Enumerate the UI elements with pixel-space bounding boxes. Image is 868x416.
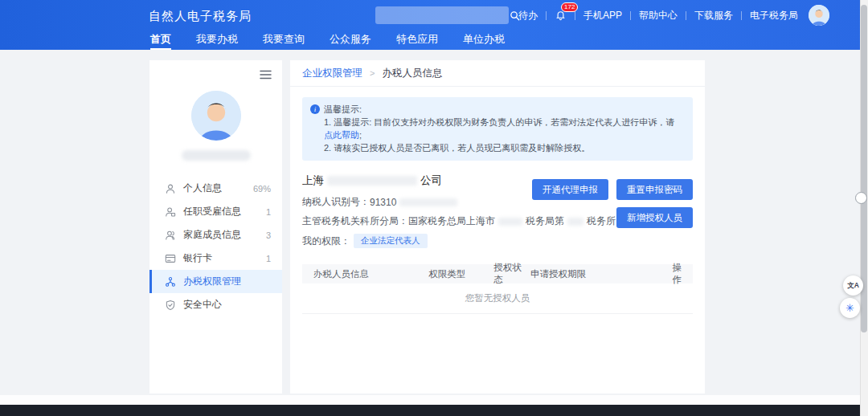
tax-authority-seg1: 国家税务总局上海市 [408,214,495,228]
authorized-person-table: 办税人员信息 权限类型 授权状态 申请授权期限 操作 您暂无授权人员 [302,264,693,314]
bank-card-icon [165,253,176,264]
sidebar-item-family-members[interactable]: 家庭成员信息 3 [149,223,282,247]
taxpayer-id-value: 91310 [370,197,396,208]
todo-link[interactable]: 待办 [518,9,538,22]
sidebar-item-value: 3 [266,230,271,240]
nav-label: 首页 [150,33,171,45]
profile-sidebar: 个人信息 69% 任职受雇信息 1 家庭成员信息 3 [149,60,282,394]
screen: 自然人电子税务局 待办 172 [0,0,868,416]
sidebar-collapse-icon[interactable] [260,68,272,83]
column-header: 操作 [624,262,682,286]
sidebar-item-personal-info[interactable]: 个人信息 69% [149,177,282,200]
nav-label: 我要办税 [196,33,238,45]
nav-unit-tax[interactable]: 单位办税 [461,31,506,50]
app-title: 自然人电子税务局 [149,9,252,24]
permission-tag: 企业法定代表人 [354,234,428,248]
tax-authority-redacted-1 [498,218,522,226]
nav-label: 我要查询 [263,33,305,45]
column-header: 授权状态 [493,262,530,286]
notification-badge: 172 [561,2,578,12]
help-link[interactable]: 点此帮助 [324,130,359,140]
mobile-app-link[interactable]: 手机APP [583,9,622,22]
company-name-prefix: 上海 [302,173,324,188]
app-header: 自然人电子税务局 待办 172 [0,0,868,50]
action-buttons: 开通代理申报 重置申报密码 新增授权人员 [532,179,693,228]
company-name-suffix: 公司 [420,173,442,188]
header-links: 待办 172 手机APP 帮助中心 下载服务 电子税务局 [518,0,829,31]
shield-check-icon [165,300,176,311]
sidebar-item-label: 银行卡 [183,251,266,265]
divider [741,11,742,20]
user-avatar [191,91,241,141]
notice-box: i 温馨提示: 1. 温馨提示: 目前仅支持对办税权限为财务负责人的申诉，若需对… [302,97,693,161]
sidebar-item-security-center[interactable]: 安全中心 [149,293,282,316]
sidebar-item-value: 69% [253,184,271,194]
breadcrumb: 企业权限管理 > 办税人员信息 [290,60,705,87]
sidebar-item-label: 家庭成员信息 [183,228,266,242]
org-share-icon [165,276,176,288]
notice-line1-end: ; [359,130,362,140]
sidebar-item-bank-card[interactable]: 银行卡 1 [149,247,282,270]
nav-do-tax[interactable]: 我要办税 [194,31,240,50]
company-section: 上海 公司 纳税人识别号： 91310 主管税务机关科所分局： 国家税务总局上海… [302,173,693,248]
translate-float-button[interactable]: 文A [843,275,863,296]
breadcrumb-separator: > [370,68,375,78]
company-name-redacted [327,176,417,186]
user-icon [165,183,176,194]
breadcrumb-current: 办税人员信息 [382,67,442,80]
table-header-row: 办税人员信息 权限类型 授权状态 申请授权期限 操作 [302,264,693,283]
my-permission-row: 我的权限： 企业法定代表人 [302,234,693,248]
reset-filing-password-button[interactable]: 重置申报密码 [616,179,693,200]
etax-bureau-link[interactable]: 电子税务局 [750,9,798,22]
nav-label: 特色应用 [396,33,438,45]
taxpayer-id-redacted [399,198,457,206]
add-authorized-person-button[interactable]: 新增授权人员 [616,207,693,228]
tax-authority-label: 主管税务机关科所分局： [302,214,408,228]
info-icon: i [310,104,320,114]
sidebar-item-label: 个人信息 [183,181,253,195]
notification-bell[interactable]: 172 [555,9,567,22]
nav-featured-apps[interactable]: 特色应用 [395,31,440,50]
scrollbar-track[interactable] [860,0,868,416]
search-input[interactable] [375,6,510,24]
notice-line-1: 1. 温馨提示: 目前仅支持对办税权限为财务负责人的申诉，若需对法定代表人进行申… [310,116,685,141]
side-handle-circle[interactable] [855,192,867,204]
header-search-box[interactable] [375,6,509,24]
nav-public-service[interactable]: 公众服务 [328,31,373,50]
notice-line1-text: 1. 温馨提示: 目前仅支持对办税权限为财务负责人的申诉，若需对法定代表人进行申… [324,117,674,127]
sidebar-item-value: 1 [266,254,271,263]
main-panel: 企业权限管理 > 办税人员信息 i 温馨提示: 1. 温馨提示: 目前仅支持对办… [290,60,705,394]
column-header: 申请授权期限 [530,268,624,280]
notice-line-2: 2. 请核实已授权人员是否已离职，若人员现已离职需及时解除授权。 [310,141,685,154]
column-header: 办税人员信息 [313,268,428,280]
download-service-link[interactable]: 下载服务 [694,9,733,22]
divider [575,11,575,20]
users-icon [165,230,176,241]
sidebar-item-label: 办税权限管理 [183,275,271,288]
notice-title: 温馨提示: [324,103,362,116]
help-center-link[interactable]: 帮助中心 [639,9,678,22]
user-name-redacted [182,150,251,161]
translate-icon: 文A [847,281,859,291]
user-badge-icon [165,206,176,218]
my-permission-label: 我的权限： [302,235,350,248]
column-header: 权限类型 [428,268,493,280]
nav-label: 公众服务 [330,33,371,45]
header-top: 自然人电子税务局 待办 172 [0,0,868,31]
sidebar-item-tax-permission[interactable]: 办税权限管理 [149,270,282,293]
nav-home[interactable]: 首页 [149,31,173,50]
breadcrumb-parent[interactable]: 企业权限管理 [302,67,362,80]
main-content: i 温馨提示: 1. 温馨提示: 目前仅支持对办税权限为财务负责人的申诉，若需对… [290,87,705,314]
sidebar-item-label: 任职受雇信息 [183,205,266,218]
table-empty-state: 您暂无授权人员 [302,283,693,314]
asterisk-icon: ✳ [845,302,854,314]
sidebar-item-label: 安全中心 [183,298,271,312]
pre-footer-strip [0,395,860,405]
nav-query[interactable]: 我要查询 [261,31,306,50]
open-agent-filing-button[interactable]: 开通代理申报 [532,179,608,200]
extension-float-button[interactable]: ✳ [840,298,860,318]
main-nav: 首页 我要办税 我要查询 公众服务 特色应用 单位办税 [149,31,506,50]
divider [630,11,631,20]
header-avatar[interactable] [809,5,829,26]
sidebar-item-employment-info[interactable]: 任职受雇信息 1 [149,200,282,223]
